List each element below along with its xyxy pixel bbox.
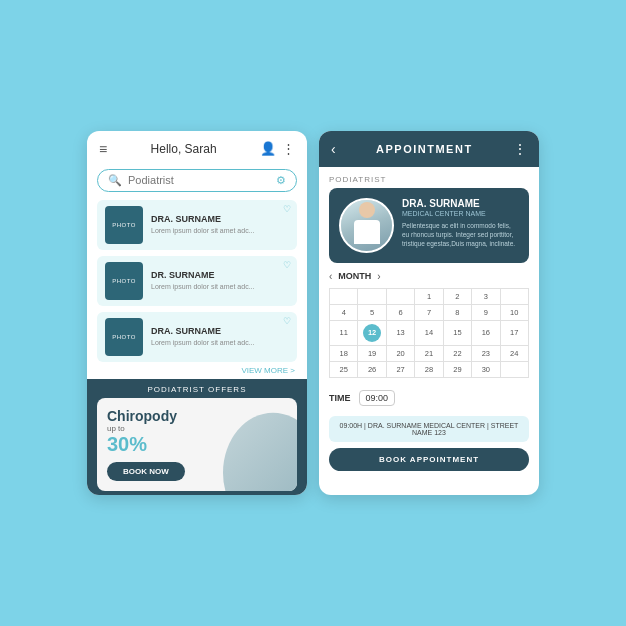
header-actions: 👤 ⋮ — [260, 141, 295, 156]
cal-day[interactable]: 1 — [415, 288, 443, 304]
cal-day[interactable]: 29 — [443, 361, 471, 377]
search-icon: 🔍 — [108, 174, 122, 187]
doctor-name-3: DRA. SURNAME — [151, 326, 289, 336]
book-now-button[interactable]: BOOK NOW — [107, 462, 185, 481]
cal-day[interactable]: 16 — [472, 320, 500, 345]
right-header: ‹ APPOINTMENT ⋮ — [319, 131, 539, 167]
favorite-icon-1[interactable]: ♡ — [283, 204, 291, 214]
favorite-icon-2[interactable]: ♡ — [283, 260, 291, 270]
filter-icon[interactable]: ⚙ — [276, 174, 286, 187]
calendar-week-5: 25 26 27 28 29 30 — [330, 361, 529, 377]
doctor-name-1: DRA. SURNAME — [151, 214, 289, 224]
calendar-week-2: 4 5 6 7 8 9 10 — [330, 304, 529, 320]
doctor-info-2: DR. SURNAME Lorem ipsum dolor sit amet a… — [151, 270, 289, 291]
offers-section: PODIATRIST OFFERS Chiropody up to 30% BO… — [87, 379, 307, 496]
cal-day[interactable]: 3 — [472, 288, 500, 304]
cal-day[interactable] — [500, 288, 528, 304]
right-screen: ‹ APPOINTMENT ⋮ PODIATRIST DRA. SURNAME … — [319, 131, 539, 496]
cal-day[interactable]: 2 — [443, 288, 471, 304]
screens-container: ≡ Hello, Sarah 👤 ⋮ 🔍 ⚙ PHOTO DRA. SURNAM… — [67, 111, 559, 516]
left-header: ≡ Hello, Sarah 👤 ⋮ — [87, 131, 307, 165]
search-input[interactable] — [128, 174, 270, 186]
cal-day-today[interactable]: 12 — [358, 320, 386, 345]
promo-percent: 30% — [107, 433, 147, 456]
cal-day[interactable] — [386, 288, 414, 304]
cal-day[interactable] — [330, 288, 358, 304]
cal-day[interactable]: 24 — [500, 345, 528, 361]
calendar-month: MONTH — [338, 271, 371, 281]
doctor-card-3[interactable]: PHOTO DRA. SURNAME Lorem ipsum dolor sit… — [97, 312, 297, 362]
more-icon[interactable]: ⋮ — [282, 141, 295, 156]
doctor-photo-1: PHOTO — [105, 206, 143, 244]
cal-day[interactable]: 9 — [472, 304, 500, 320]
appointment-title: APPOINTMENT — [376, 143, 473, 155]
doctor-info-1: DRA. SURNAME Lorem ipsum dolor sit amet … — [151, 214, 289, 235]
cal-day[interactable]: 20 — [386, 345, 414, 361]
menu-icon[interactable]: ≡ — [99, 141, 107, 157]
time-label: TIME — [329, 393, 351, 403]
doctor-desc-2: Lorem ipsum dolor sit amet adc... — [151, 282, 289, 291]
calendar-grid: 1 2 3 4 5 6 7 8 9 10 11 — [329, 288, 529, 378]
time-section: TIME 09:00 — [319, 386, 539, 410]
cal-day[interactable]: 22 — [443, 345, 471, 361]
offers-label: PODIATRIST OFFERS — [97, 385, 297, 394]
doctor-figure — [350, 200, 384, 250]
search-bar[interactable]: 🔍 ⚙ — [97, 169, 297, 192]
calendar-next-button[interactable]: › — [377, 271, 380, 282]
cal-day[interactable]: 27 — [386, 361, 414, 377]
time-value[interactable]: 09:00 — [359, 390, 396, 406]
header-greeting: Hello, Sarah — [151, 142, 217, 156]
cal-day[interactable]: 28 — [415, 361, 443, 377]
doctor-photo-3: PHOTO — [105, 318, 143, 356]
cal-day[interactable]: 21 — [415, 345, 443, 361]
booking-info: 09:00H | DRA. SURNAME MEDICAL CENTER | S… — [329, 416, 529, 442]
specialty-label: PODIATRIST — [319, 167, 539, 188]
cal-day[interactable]: 11 — [330, 320, 358, 345]
calendar-nav: ‹ MONTH › — [329, 271, 529, 282]
doctor-photo-2: PHOTO — [105, 262, 143, 300]
book-appointment-button[interactable]: BOOK APPOINTMENT — [329, 448, 529, 471]
doctor-profile-card: DRA. SURNAME MEDICAL CENTER NAME Pellent… — [329, 188, 529, 263]
doctor-name-2: DR. SURNAME — [151, 270, 289, 280]
doctor-card-2[interactable]: PHOTO DR. SURNAME Lorem ipsum dolor sit … — [97, 256, 297, 306]
profile-desc: Pellentesque ac elit in commodo felis, e… — [402, 221, 519, 248]
doctor-card-1[interactable]: PHOTO DRA. SURNAME Lorem ipsum dolor sit… — [97, 200, 297, 250]
cal-day[interactable]: 14 — [415, 320, 443, 345]
cal-day[interactable]: 5 — [358, 304, 386, 320]
back-button[interactable]: ‹ — [331, 141, 336, 157]
cal-day[interactable] — [358, 288, 386, 304]
calendar-week-1: 1 2 3 — [330, 288, 529, 304]
doctor-desc-1: Lorem ipsum dolor sit amet adc... — [151, 226, 289, 235]
left-screen: ≡ Hello, Sarah 👤 ⋮ 🔍 ⚙ PHOTO DRA. SURNAM… — [87, 131, 307, 496]
cal-day[interactable]: 6 — [386, 304, 414, 320]
promo-title: Chiropody — [107, 408, 177, 425]
profile-info: DRA. SURNAME MEDICAL CENTER NAME Pellent… — [402, 198, 519, 248]
cal-day[interactable]: 26 — [358, 361, 386, 377]
view-more-link[interactable]: VIEW MORE > — [87, 362, 307, 379]
cal-day[interactable]: 18 — [330, 345, 358, 361]
cal-day[interactable]: 17 — [500, 320, 528, 345]
user-icon[interactable]: 👤 — [260, 141, 276, 156]
cal-day[interactable]: 19 — [358, 345, 386, 361]
favorite-icon-3[interactable]: ♡ — [283, 316, 291, 326]
cal-day[interactable]: 15 — [443, 320, 471, 345]
calendar-prev-button[interactable]: ‹ — [329, 271, 332, 282]
doctor-list: PHOTO DRA. SURNAME Lorem ipsum dolor sit… — [87, 200, 307, 362]
cal-day[interactable]: 23 — [472, 345, 500, 361]
cal-day[interactable]: 13 — [386, 320, 414, 345]
promo-banner: Chiropody up to 30% BOOK NOW — [97, 398, 297, 492]
profile-name: DRA. SURNAME — [402, 198, 519, 209]
cal-day[interactable]: 8 — [443, 304, 471, 320]
calendar-week-3: 11 12 13 14 15 16 17 — [330, 320, 529, 345]
cal-day[interactable] — [500, 361, 528, 377]
profile-center: MEDICAL CENTER NAME — [402, 210, 519, 217]
doctor-head — [359, 202, 375, 218]
cal-day[interactable]: 30 — [472, 361, 500, 377]
cal-day[interactable]: 7 — [415, 304, 443, 320]
doctor-body — [354, 220, 380, 244]
doctor-desc-3: Lorem ipsum dolor sit amet adc... — [151, 338, 289, 347]
cal-day[interactable]: 4 — [330, 304, 358, 320]
cal-day[interactable]: 25 — [330, 361, 358, 377]
appointment-more-icon[interactable]: ⋮ — [513, 141, 527, 157]
cal-day[interactable]: 10 — [500, 304, 528, 320]
